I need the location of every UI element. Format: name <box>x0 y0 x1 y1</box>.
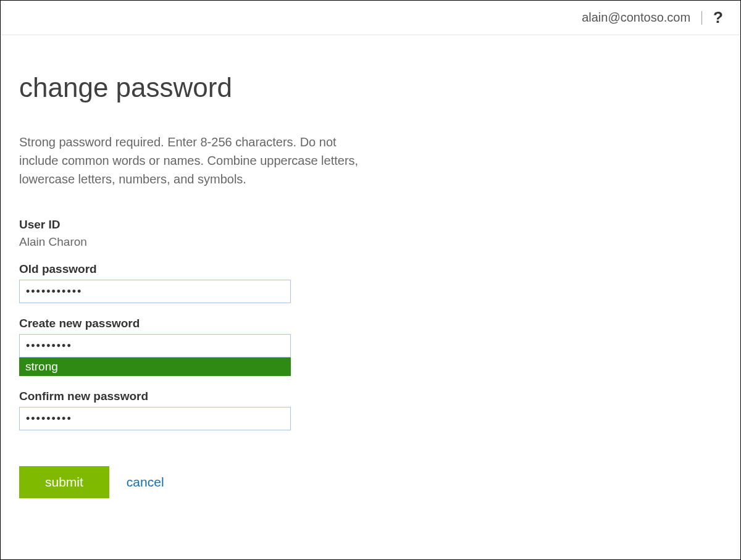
user-id-group: User ID Alain Charon <box>19 218 377 249</box>
button-row: submit cancel <box>19 466 377 498</box>
old-password-group: Old password <box>19 262 377 303</box>
header-bar: alain@contoso.com ? <box>1 1 740 35</box>
old-password-label: Old password <box>19 262 377 276</box>
password-strength-indicator: strong <box>19 357 291 376</box>
user-id-value: Alain Charon <box>19 235 87 248</box>
main-content: change password Strong password required… <box>1 35 396 517</box>
page-title: change password <box>19 72 377 103</box>
help-icon[interactable]: ? <box>713 8 723 27</box>
confirm-password-group: Confirm new password <box>19 390 377 430</box>
password-strength-label: strong <box>25 360 58 374</box>
cancel-link[interactable]: cancel <box>127 475 164 490</box>
new-password-input[interactable] <box>19 334 291 357</box>
old-password-input[interactable] <box>19 280 291 303</box>
user-id-label: User ID <box>19 218 377 232</box>
header-divider <box>701 11 702 25</box>
new-password-label: Create new password <box>19 317 377 330</box>
confirm-password-input[interactable] <box>19 407 291 430</box>
user-email: alain@contoso.com <box>582 10 690 25</box>
new-password-group: Create new password strong <box>19 317 377 376</box>
confirm-password-label: Confirm new password <box>19 390 377 403</box>
password-requirements-text: Strong password required. Enter 8-256 ch… <box>19 133 365 188</box>
submit-button[interactable]: submit <box>19 466 109 498</box>
